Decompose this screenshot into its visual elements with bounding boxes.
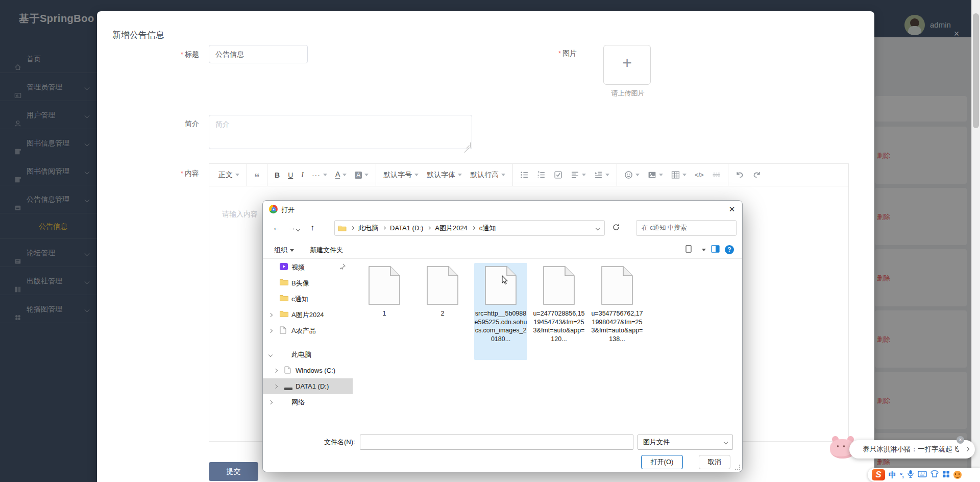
filetype-select[interactable]: 图片文件 — [638, 435, 733, 450]
expand-chevron-icon[interactable] — [274, 368, 278, 372]
nav-item-data1-d-selected[interactable]: DATA1 (D:) — [263, 378, 353, 394]
required-mark: * — [181, 170, 183, 177]
nav-item-c-notice[interactable]: c通知 — [263, 291, 353, 307]
help-icon[interactable]: ? — [725, 245, 734, 254]
paragraph-style-button[interactable]: 正文 — [214, 167, 243, 183]
insert-image-button[interactable] — [644, 167, 667, 183]
emoji-button[interactable] — [620, 167, 644, 183]
emoji-icon[interactable] — [953, 471, 962, 479]
required-mark: * — [558, 50, 561, 57]
skin-icon[interactable] — [930, 470, 939, 479]
view-mode-icon[interactable] — [685, 245, 694, 254]
expand-chevron-icon[interactable] — [268, 328, 273, 332]
redo-button[interactable] — [748, 167, 765, 183]
bold-button[interactable]: B — [271, 167, 284, 183]
breadcrumb-segment[interactable]: c通知 — [479, 224, 496, 233]
dialog-resize-grip[interactable] — [735, 465, 740, 470]
intro-placeholder: 简介 — [215, 120, 230, 129]
bubble-close-icon[interactable]: × — [957, 436, 964, 444]
resize-grip-icon[interactable] — [465, 142, 471, 148]
align-button[interactable] — [567, 167, 590, 183]
modal-title: 新增公告信息 — [112, 29, 164, 41]
scrollbar-thumb[interactable] — [973, 13, 979, 128]
nav-item-network[interactable]: 网络 — [263, 394, 353, 410]
dialog-nav-pane: 视频 B头像 c通知 A图片2024 A农产品 — [263, 259, 353, 428]
italic-button[interactable]: I — [297, 167, 308, 183]
nav-item-a-farm[interactable]: A农产品 — [263, 323, 353, 339]
blockquote-button[interactable]: “ — [250, 167, 264, 183]
font-color-button[interactable]: A — [331, 167, 351, 183]
expand-chevron-icon[interactable] — [268, 312, 273, 317]
open-button[interactable]: 打开(O) — [641, 455, 683, 469]
bg-color-button[interactable]: A — [351, 167, 373, 183]
nav-item-windows-c[interactable]: Windows (C:) — [263, 363, 353, 378]
file-item-hovered[interactable]: src=http__5b0988e595225.cdn.sohucs.com_i… — [474, 263, 527, 360]
folder-icon — [280, 310, 288, 319]
mascot-bubble[interactable]: 养只冰淇淋小猪：一打字就起飞 — [849, 440, 975, 459]
intro-field-label: 简介 — [148, 119, 199, 129]
dialog-close-button[interactable]: ✕ — [725, 203, 739, 216]
intro-textarea[interactable]: 简介 — [209, 115, 472, 149]
filename-input[interactable] — [360, 435, 633, 450]
more-styles-button[interactable]: ··· — [308, 167, 331, 183]
expand-chevron-icon[interactable] — [268, 400, 273, 404]
ime-punct-toggle[interactable]: °, — [900, 471, 903, 479]
back-button[interactable]: ← — [270, 221, 283, 234]
file-list: 1 2 src=http__5b0988e595225.cdn.sohucs.c… — [358, 263, 741, 360]
indent-button[interactable] — [590, 167, 614, 183]
ime-lang-toggle[interactable]: 中 — [889, 470, 896, 480]
bullet-list-button[interactable] — [516, 167, 533, 183]
font-family-select[interactable]: 默认字体 — [423, 167, 466, 183]
chevron-right-icon[interactable] — [965, 447, 970, 452]
page-scrollbar[interactable] — [971, 0, 980, 482]
collapse-chevron-icon[interactable] — [268, 352, 273, 356]
cancel-button[interactable]: 取消 — [699, 455, 730, 469]
insert-table-button[interactable] — [667, 167, 691, 183]
mic-icon[interactable] — [907, 470, 914, 480]
address-dropdown-icon[interactable] — [596, 226, 600, 230]
font-size-select[interactable]: 默认字号 — [379, 167, 423, 183]
sogou-logo-icon[interactable]: S — [872, 469, 885, 480]
organize-button[interactable]: 组织 — [274, 246, 294, 255]
plus-icon: + — [604, 54, 650, 73]
breadcrumb[interactable]: 此电脑 DATA1 (D:) A图片2024 c通知 — [334, 220, 605, 236]
breadcrumb-chevron-icon — [351, 226, 354, 230]
image-upload-box[interactable]: + — [603, 45, 651, 85]
expand-chevron-icon[interactable] — [274, 384, 278, 388]
todo-list-button[interactable] — [550, 167, 567, 183]
file-item[interactable]: u=3547756762,1719980427&fm=253&fmt=auto&… — [591, 263, 644, 360]
breadcrumb-segment[interactable]: A图片2024 — [435, 224, 468, 233]
chevron-down-icon[interactable] — [702, 249, 706, 251]
chevron-down-icon — [364, 174, 369, 176]
file-item[interactable]: u=2477028856,1519454743&fm=253&fmt=auto&… — [532, 263, 585, 360]
nav-item-b-avatar[interactable]: B头像 — [263, 275, 353, 291]
ordered-list-button[interactable] — [533, 167, 550, 183]
file-item[interactable]: 1 — [358, 263, 411, 360]
modal-close-icon[interactable]: × — [950, 28, 963, 40]
chevron-down-icon — [235, 174, 239, 176]
line-height-select[interactable]: 默认行高 — [466, 167, 509, 183]
refresh-icon[interactable] — [612, 223, 620, 233]
divider-button[interactable] — [708, 167, 725, 183]
search-input[interactable]: 在 c通知 中搜索 — [636, 220, 737, 236]
code-button[interactable]: </> — [691, 167, 707, 183]
content-placeholder[interactable]: 请输入内容 — [222, 210, 258, 219]
preview-pane-icon[interactable] — [711, 245, 720, 254]
file-icon — [601, 266, 633, 305]
underline-button[interactable]: U — [284, 167, 297, 183]
breadcrumb-segment[interactable]: DATA1 (D:) — [390, 224, 423, 232]
keyboard-icon[interactable] — [918, 470, 927, 479]
undo-button[interactable] — [731, 167, 748, 183]
title-input[interactable]: 公告信息 — [209, 45, 308, 63]
toolbox-icon[interactable] — [942, 470, 950, 480]
chevron-down-icon — [458, 174, 462, 176]
up-button[interactable]: ↑ — [306, 221, 319, 234]
nav-item-videos[interactable]: 视频 — [263, 259, 353, 275]
file-item[interactable]: 2 — [416, 263, 469, 360]
nav-item-this-pc[interactable]: 此电脑 — [263, 347, 353, 363]
submit-button[interactable]: 提交 — [209, 462, 258, 481]
nav-item-a-pics-2024[interactable]: A图片2024 — [263, 307, 353, 323]
new-folder-button[interactable]: 新建文件夹 — [310, 246, 343, 255]
file-icon — [427, 266, 458, 305]
breadcrumb-segment[interactable]: 此电脑 — [358, 224, 378, 233]
